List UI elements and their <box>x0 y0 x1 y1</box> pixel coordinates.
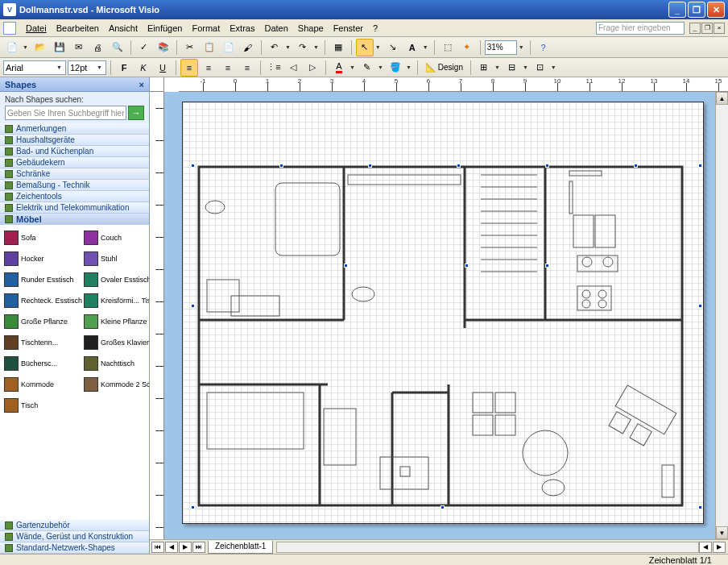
scroll-up-button[interactable]: ▲ <box>716 92 728 105</box>
open-button[interactable]: 📂 <box>31 39 49 56</box>
text-tool-button[interactable]: A <box>403 39 421 56</box>
shape-stencil-item[interactable]: Rechteck. Esstisch <box>3 291 83 310</box>
text-dropdown[interactable]: ▼ <box>421 44 430 50</box>
page-tab-1[interactable]: Zeichenblatt-1 <box>208 541 273 554</box>
selection-handle[interactable] <box>441 505 445 509</box>
new-dropdown[interactable]: ▼ <box>21 44 30 50</box>
shape-stencil-item[interactable]: Couch <box>83 228 149 247</box>
selection-handle[interactable] <box>698 164 702 168</box>
selection-handle[interactable] <box>465 264 469 268</box>
tab-next-button[interactable]: ▶ <box>179 542 192 553</box>
vertical-scrollbar[interactable]: ▲ ▼ <box>715 92 728 539</box>
menu-help[interactable]: ? <box>368 22 383 35</box>
font-select[interactable]: Arial▼ <box>3 60 66 75</box>
align-left-button[interactable]: ≡ <box>180 59 198 77</box>
cut-button[interactable]: ✂ <box>181 39 199 56</box>
selection-handle[interactable] <box>634 164 638 168</box>
tab-first-button[interactable]: ⏮ <box>151 542 164 553</box>
line-color-dropdown[interactable]: ▼ <box>376 64 385 70</box>
close-button[interactable]: ✕ <box>707 2 725 18</box>
stencil-item[interactable]: Gartenzubehör <box>0 520 149 531</box>
decrease-indent-button[interactable]: ◁ <box>284 59 302 77</box>
shape-stencil-item[interactable]: Große Pflanze <box>3 312 83 331</box>
print-preview-button[interactable]: 🔍 <box>109 39 126 56</box>
save-button[interactable]: 💾 <box>51 39 68 56</box>
print-button[interactable]: 🖨 <box>89 39 107 56</box>
design-button[interactable]: 📐Design <box>422 59 466 77</box>
menu-daten[interactable]: Daten <box>259 22 292 35</box>
scroll-left-button[interactable]: ◀ <box>699 542 712 553</box>
selection-handle[interactable] <box>191 304 195 308</box>
pointer-tool-button[interactable]: ↖ <box>356 39 374 56</box>
vertical-ruler[interactable] <box>150 92 164 539</box>
copy-button[interactable]: 📋 <box>201 39 218 56</box>
menu-ansicht[interactable]: Ansicht <box>104 22 143 35</box>
undo-dropdown[interactable]: ▼ <box>283 44 292 50</box>
shape-stencil-item[interactable]: Hocker <box>3 249 83 268</box>
stencil-item[interactable]: Bemaßung - Technik <box>0 180 149 191</box>
stencil-item[interactable]: Bad- und Küchenplan <box>0 146 149 157</box>
tab-last-button[interactable]: ⏭ <box>192 542 205 553</box>
bold-button[interactable]: F <box>115 59 133 77</box>
stencil-item[interactable]: Schränke <box>0 168 149 180</box>
scroll-right-button[interactable]: ▶ <box>713 542 726 553</box>
shape-stencil-item[interactable]: Tisch <box>3 396 83 415</box>
stencil-item[interactable]: Standard-Netzwerk-Shapes <box>0 542 149 554</box>
redo-button[interactable]: ↷ <box>294 39 312 56</box>
shape-stencil-item[interactable]: Büchersc... <box>3 354 83 373</box>
undo-button[interactable]: ↶ <box>266 39 283 56</box>
spelling-button[interactable]: ✓ <box>135 39 153 56</box>
shapes-search-input[interactable] <box>5 106 126 120</box>
menu-format[interactable]: Format <box>187 22 225 35</box>
shape-stencil-item[interactable]: Runder Esstisch <box>3 270 83 289</box>
distribute-button[interactable]: ⊟ <box>503 59 521 77</box>
shape-stencil-item[interactable]: Ovaler Esstisch <box>83 270 149 289</box>
scroll-down-button[interactable]: ▼ <box>716 526 728 539</box>
align-shapes-button[interactable]: ⊞ <box>475 59 493 77</box>
menu-fenster[interactable]: Fenster <box>329 22 368 35</box>
drawing-page[interactable] <box>182 102 704 524</box>
selection-handle[interactable] <box>191 505 195 509</box>
increase-indent-button[interactable]: ▷ <box>304 59 321 77</box>
selection-handle[interactable] <box>545 264 549 268</box>
horizontal-scrollbar[interactable] <box>276 542 699 553</box>
doc-restore[interactable]: ❐ <box>701 23 713 34</box>
redo-dropdown[interactable]: ▼ <box>312 44 321 50</box>
floorplan-drawing[interactable] <box>191 159 690 513</box>
menu-einfuegen[interactable]: Einfügen <box>143 22 187 35</box>
connector-tool-button[interactable]: ↘ <box>384 39 402 56</box>
shape-stencil-item[interactable]: Nachttisch <box>83 354 149 373</box>
stencil-item[interactable]: Anmerkungen <box>0 123 149 135</box>
align-right-button[interactable]: ≡ <box>219 59 237 77</box>
shape-stencil-item[interactable]: Sofa <box>3 228 83 247</box>
align-justify-button[interactable]: ≡ <box>238 59 256 77</box>
shape-stencil-item[interactable]: Tischtenn... <box>3 333 83 352</box>
email-button[interactable]: ✉ <box>70 39 88 56</box>
stencil-item[interactable]: Wände, Gerüst und Konstruktion <box>0 531 149 542</box>
shape-stencil-item[interactable]: Stuhl <box>83 249 149 268</box>
doc-minimize[interactable]: _ <box>689 23 701 34</box>
zoom-dropdown[interactable]: ▼ <box>517 44 526 50</box>
stencil-active[interactable]: Möbel <box>0 214 149 225</box>
shape-stencil-item[interactable]: Kreisförmi... Tisch <box>83 291 149 310</box>
font-color-button[interactable]: A <box>330 59 348 77</box>
stencil-item[interactable]: Gebäudekern <box>0 157 149 168</box>
menu-bearbeiten[interactable]: Bearbeiten <box>52 22 104 35</box>
paste-button[interactable]: 📄 <box>220 39 238 56</box>
bullets-button[interactable]: ⋮≡ <box>265 59 283 77</box>
fill-color-dropdown[interactable]: ▼ <box>404 64 413 70</box>
pointer-dropdown[interactable]: ▼ <box>374 44 383 50</box>
zoom-input[interactable] <box>485 40 517 55</box>
selection-handle[interactable] <box>191 164 195 168</box>
help-search-input[interactable] <box>596 22 685 35</box>
selection-handle[interactable] <box>279 164 283 168</box>
shape-stencil-item[interactable]: Kommode 2 Schubl. <box>83 375 149 394</box>
stencil-item[interactable]: Haushaltsgeräte <box>0 135 149 146</box>
shape-stencil-item[interactable]: Großes Klavier <box>83 333 149 352</box>
font-size-select[interactable]: 12pt▼ <box>68 60 106 75</box>
shape-stencil-item[interactable]: Kleine Pflanze <box>83 312 149 331</box>
menu-extras[interactable]: Extras <box>225 22 259 35</box>
shape-stencil-item[interactable]: Kommode <box>3 375 83 394</box>
shapes-window-button[interactable]: ▦ <box>329 39 347 56</box>
underline-button[interactable]: U <box>154 59 172 77</box>
